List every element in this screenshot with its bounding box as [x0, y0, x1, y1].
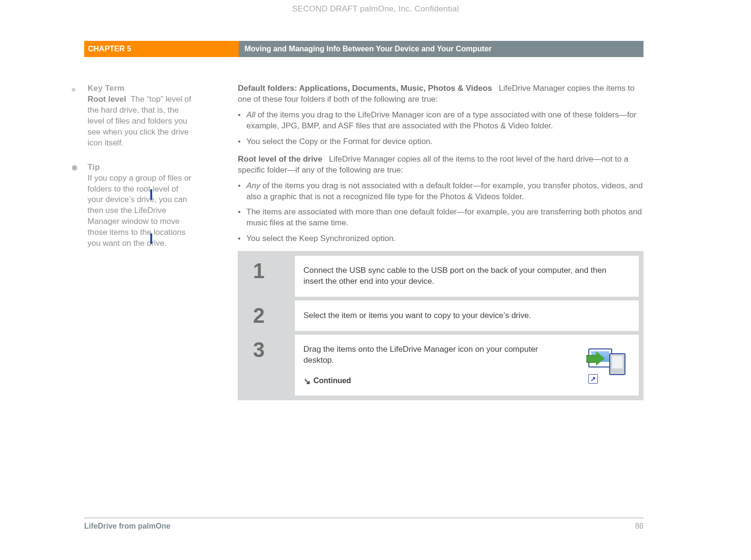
default-folders-lead-bold: Default folders: Applications, Documents…	[238, 84, 492, 93]
change-bar-icon	[150, 189, 152, 200]
list-item: All of the items you drag to the LifeDri…	[238, 110, 644, 132]
bullet-text: The items are associated with more than …	[246, 207, 642, 227]
root-level-lead: Root level of the drive LifeDrive Manage…	[238, 154, 644, 176]
step-number: 3	[243, 335, 295, 396]
list-item: You select the Keep Synchronized option.	[238, 233, 644, 244]
chapter-title: Moving and Managing Info Between Your De…	[239, 41, 644, 57]
page-footer: LifeDrive from palmOne 86	[84, 518, 644, 531]
confidential-watermark: SECOND DRAFT palmOne, Inc. Confidential	[292, 4, 459, 15]
step-row: 3 Drag the items onto the LifeDrive Mana…	[243, 335, 639, 396]
main-content: Default folders: Applications, Documents…	[209, 83, 644, 400]
list-item: You select the Copy or the Format for de…	[238, 136, 644, 147]
step-text-content: Connect the USB sync cable to the USB po…	[303, 265, 625, 287]
page-number: 86	[635, 521, 644, 531]
step-text: Select the item or items you want to cop…	[295, 300, 639, 331]
keyterm-heading: Key Term	[88, 83, 195, 94]
header-right-gap	[644, 41, 751, 57]
tip-block: ✱ Tip If you copy a group of files or fo…	[71, 162, 195, 250]
list-item: The items are associated with more than …	[238, 207, 644, 229]
step-text-content: Drag the items onto the LifeDrive Manage…	[303, 345, 538, 365]
root-level-list: Any of the items you drag is not associa…	[238, 181, 644, 245]
tip-icon: ✱	[71, 163, 78, 174]
list-item: Any of the items you drag is not associa…	[238, 181, 644, 203]
default-folders-lead: Default folders: Applications, Documents…	[238, 83, 644, 105]
change-bar-icon	[150, 233, 152, 244]
header-left-gap	[0, 41, 84, 57]
keyterm-term: Root level	[88, 95, 126, 104]
step-number: 2	[243, 300, 295, 331]
chapter-label: CHAPTER 5	[84, 41, 239, 57]
step-row: 2 Select the item or items you want to c…	[243, 300, 639, 331]
steps-box: 1 Connect the USB sync cable to the USB …	[238, 251, 644, 400]
sidebar: » Key Term Root level The “top” level of…	[71, 83, 209, 400]
bullet-text: of the items you drag to the LifeDrive M…	[246, 110, 636, 130]
product-name: LifeDrive from palmOne	[84, 521, 170, 531]
step-text: Connect the USB sync cable to the USB po…	[295, 256, 639, 297]
tip-text: If you copy a group of files or folders …	[88, 173, 195, 250]
keyterm-icon: »	[71, 84, 76, 95]
bullet-text: of the items you drag is not associated …	[246, 181, 643, 201]
continued-label: Continued	[313, 377, 351, 385]
emph-any: Any	[246, 181, 260, 190]
continued-indicator: ↘Continued	[303, 375, 566, 386]
tip-heading: Tip	[88, 162, 195, 173]
root-level-lead-bold: Root level of the drive	[238, 154, 322, 164]
continued-arrow-icon: ↘	[303, 376, 311, 387]
keyterm-block: » Key Term Root level The “top” level of…	[71, 83, 195, 149]
step-number: 1	[243, 256, 295, 297]
step-row: 1 Connect the USB sync cable to the USB …	[243, 256, 639, 297]
keyterm-body: Root level The “top” level of the hard d…	[88, 94, 195, 149]
step-text: Drag the items onto the LifeDrive Manage…	[295, 335, 639, 396]
emph-all: All	[246, 110, 255, 119]
bullet-text: You select the Copy or the Format for de…	[246, 137, 433, 146]
step-text-content: Select the item or items you want to cop…	[303, 310, 531, 321]
shortcut-badge-icon: ↗	[588, 374, 598, 384]
bullet-text: You select the Keep Synchronized option.	[246, 234, 396, 243]
chapter-header-band: CHAPTER 5 Moving and Managing Info Betwe…	[0, 41, 751, 57]
default-folders-list: All of the items you drag to the LifeDri…	[238, 110, 644, 147]
lifedrive-manager-icon: ↗	[585, 347, 625, 384]
